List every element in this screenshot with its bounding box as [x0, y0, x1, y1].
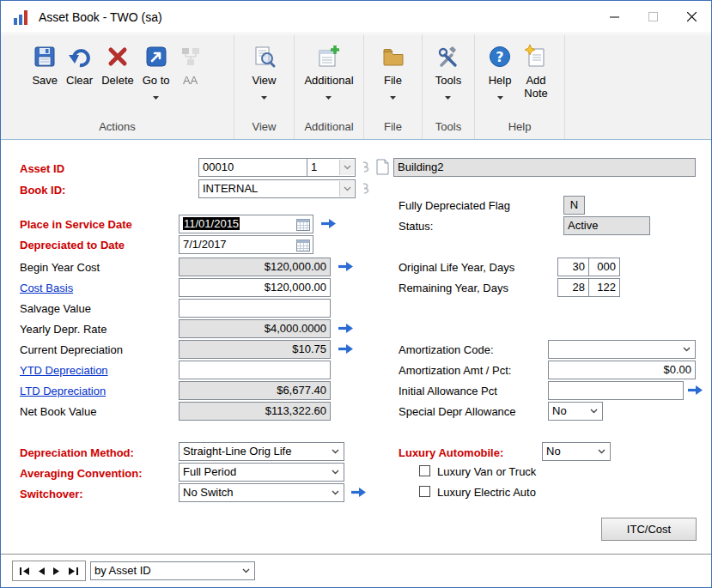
next-record-button[interactable]: [52, 567, 61, 576]
toolbar-group-help: ? Help Add Note Help: [475, 34, 565, 139]
special-depr-combo[interactable]: No: [548, 402, 603, 421]
sort-by-combo[interactable]: by Asset ID: [90, 561, 255, 580]
remaining-life-years-field: 28: [557, 278, 589, 297]
remaining-life-label: Remaining Year, Days: [399, 280, 508, 297]
group-label-help: Help: [475, 118, 564, 139]
luxury-automobile-label: Luxury Automobile:: [399, 445, 503, 462]
help-button[interactable]: ? Help: [484, 42, 516, 105]
luxury-electric-checkbox[interactable]: [419, 486, 430, 497]
tools-button[interactable]: Tools: [431, 42, 466, 105]
book-id-label: Book ID:: [20, 182, 65, 199]
svg-text:?: ?: [496, 49, 503, 65]
ytd-depreciation-link[interactable]: YTD Depreciation: [20, 362, 108, 379]
toolbar-group-additional: Additional Additional: [295, 34, 364, 139]
cost-basis-link[interactable]: Cost Basis: [20, 280, 73, 297]
toolbar-group-actions: Save Clear Delete Go to AA: [1, 34, 234, 139]
close-button[interactable]: [672, 1, 711, 33]
calendar-icon[interactable]: [296, 239, 310, 252]
dropdown-chevron-icon: [587, 403, 601, 419]
additional-plus-icon: [317, 45, 341, 71]
toolbar-group-view: View View: [234, 34, 295, 139]
asset-id-label: Asset ID: [20, 161, 64, 178]
initial-allowance-label: Initial Allowance Pct: [399, 383, 497, 400]
toolbar-group-file: File File: [364, 34, 423, 139]
clear-button[interactable]: Clear: [62, 42, 97, 89]
group-label-actions: Actions: [1, 118, 234, 139]
toolbar: Save Clear Delete Go to AA: [1, 34, 711, 140]
titlebar: Asset Book - TWO (sa): [1, 1, 711, 33]
drilldown-arrow-icon[interactable]: [320, 218, 337, 229]
dropdown-chevron-icon: [328, 464, 343, 480]
initial-allowance-field[interactable]: [548, 381, 684, 400]
depreciation-method-combo[interactable]: Straight-Line Orig Life: [179, 442, 344, 461]
file-button[interactable]: File: [377, 42, 410, 105]
additional-button[interactable]: Additional: [300, 42, 357, 105]
ltd-depreciation-field: $6,677.40: [179, 381, 331, 400]
folder-icon: [381, 45, 405, 71]
chevron-down-icon: [326, 89, 332, 102]
amortization-amt-field[interactable]: $0.00: [548, 361, 696, 379]
add-note-button[interactable]: Add Note: [516, 42, 556, 102]
footer: by Asset ID: [1, 554, 711, 587]
place-in-service-field[interactable]: 11/01/2015: [179, 215, 313, 233]
chevron-down-icon: [497, 89, 503, 102]
salvage-value-field[interactable]: [179, 299, 331, 318]
tools-icon: [436, 45, 460, 71]
luxury-van-label: Luxury Van or Truck: [437, 464, 536, 481]
dropdown-chevron-icon: [339, 181, 354, 197]
drilldown-arrow-icon[interactable]: [338, 323, 354, 334]
ytd-depreciation-field[interactable]: [179, 361, 331, 379]
window-title: Asset Book - TWO (sa): [39, 10, 162, 24]
itc-cost-button[interactable]: ITC/Cost: [601, 518, 697, 541]
undo-icon: [68, 45, 92, 71]
aa-icon: [179, 45, 203, 71]
amortization-code-combo[interactable]: [548, 340, 696, 359]
switchover-combo[interactable]: No Switch: [179, 483, 344, 502]
previous-record-button[interactable]: [37, 567, 46, 576]
fully-depreciated-field: N: [563, 196, 585, 215]
view-magnifier-icon: [253, 45, 277, 71]
delete-button[interactable]: Delete: [97, 42, 138, 89]
depreciated-to-date-field[interactable]: 7/1/2017: [179, 235, 313, 254]
status-field: Active: [563, 216, 650, 235]
first-record-button[interactable]: [19, 567, 30, 576]
depreciation-method-label: Depreciation Method:: [20, 445, 134, 462]
goto-button[interactable]: Go to: [138, 42, 174, 105]
view-button[interactable]: View: [248, 42, 281, 105]
net-book-value-label: Net Book Value: [20, 403, 96, 421]
luxury-automobile-combo[interactable]: No: [542, 442, 611, 461]
dropdown-chevron-icon: [339, 160, 354, 175]
averaging-convention-label: Averaging Convention:: [20, 465, 143, 482]
depreciated-to-date-label: Depreciated to Date: [20, 237, 125, 254]
aa-button: AA: [174, 42, 207, 89]
fully-depreciated-label: Fully Depreciated Flag: [399, 197, 510, 215]
asset-id-field[interactable]: 00010: [198, 158, 307, 177]
cost-basis-field[interactable]: $120,000.00: [179, 278, 331, 297]
minimize-button[interactable]: [595, 1, 634, 33]
begin-year-cost-label: Begin Year Cost: [20, 259, 100, 276]
net-book-value-field: $113,322.60: [179, 402, 331, 421]
ltd-depreciation-link[interactable]: LTD Depreciation: [20, 383, 106, 400]
drilldown-arrow-icon[interactable]: [350, 487, 367, 498]
original-life-years-field[interactable]: 30: [557, 258, 589, 276]
calendar-icon[interactable]: [296, 218, 310, 231]
selected-date-text: 11/01/2015: [183, 217, 240, 230]
luxury-van-checkbox[interactable]: [419, 465, 430, 476]
drilldown-arrow-icon[interactable]: [338, 343, 354, 355]
averaging-convention-combo[interactable]: Full Period: [179, 463, 344, 482]
save-button[interactable]: Save: [27, 42, 62, 89]
book-id-combo[interactable]: INTERNAL: [198, 179, 356, 198]
minimize-icon: [610, 12, 619, 21]
switchover-label: Switchover:: [20, 486, 83, 503]
dropdown-chevron-icon: [328, 485, 343, 500]
expansion-icon: [361, 161, 370, 173]
asset-suffix-combo[interactable]: 1: [307, 158, 356, 177]
record-navigation: [12, 561, 86, 581]
drilldown-arrow-icon[interactable]: [338, 261, 354, 272]
note-attachment-icon[interactable]: [376, 159, 389, 175]
drilldown-arrow-icon[interactable]: [687, 385, 703, 396]
original-life-days-field[interactable]: 000: [588, 258, 620, 276]
last-record-button[interactable]: [68, 567, 79, 576]
maximize-button: [634, 1, 672, 33]
original-life-label: Original Life Year, Days: [399, 259, 514, 276]
